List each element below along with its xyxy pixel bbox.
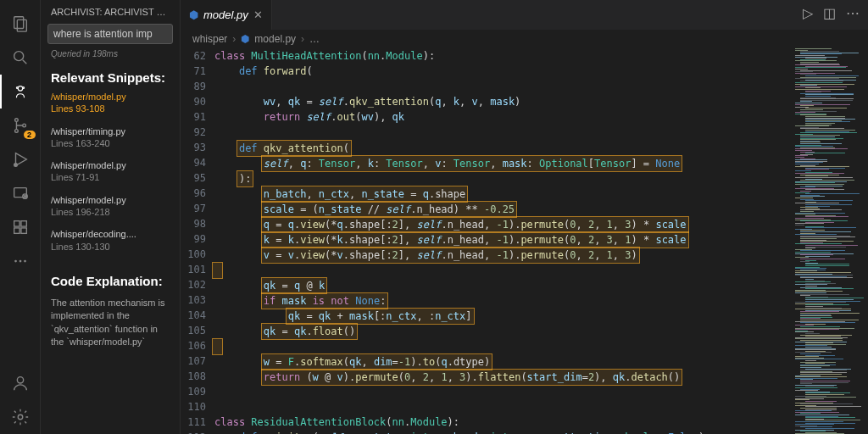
- tab-label: model.py: [203, 8, 248, 21]
- explanation-heading: Code Explanation:: [41, 269, 180, 292]
- more-icon[interactable]: [0, 244, 41, 278]
- sidebar: ARCHIVIST: ARCHIVIST … where is attentio…: [41, 0, 181, 434]
- snippet-item[interactable]: /whisper/decoding....Lines 130-130: [41, 225, 180, 255]
- svg-point-23: [17, 377, 23, 383]
- minimap[interactable]: [792, 48, 868, 434]
- svg-rect-1: [17, 19, 26, 31]
- python-file-icon: ⬢: [189, 8, 198, 21]
- chevron-right-icon: ›: [301, 33, 304, 45]
- breadcrumbs[interactable]: whisper › ⬢ model.py › …: [181, 30, 868, 48]
- svg-rect-19: [20, 228, 25, 233]
- code-content[interactable]: class MultiHeadAttention(nn.Module): def…: [214, 48, 792, 434]
- tab-model-py[interactable]: ⬢ model.py ✕: [181, 0, 272, 30]
- python-file-icon: ⬢: [241, 33, 249, 45]
- svg-point-2: [14, 52, 23, 61]
- line-gutter: 6271899091929394959697989910010110210310…: [181, 48, 214, 434]
- svg-point-8: [14, 130, 18, 133]
- explorer-icon[interactable]: [0, 7, 41, 41]
- query-time: Queried in 198ms: [41, 47, 180, 65]
- run-icon[interactable]: ▷: [803, 5, 813, 21]
- chevron-right-icon: ›: [232, 33, 236, 45]
- account-icon[interactable]: [0, 366, 41, 400]
- svg-point-6: [22, 87, 24, 89]
- breadcrumb-folder: whisper: [192, 33, 227, 45]
- svg-point-11: [14, 164, 17, 167]
- extensions-icon[interactable]: [0, 210, 41, 244]
- snippets-list: /whisper/model.pyLines 93-108/whisper/ti…: [41, 88, 180, 260]
- editor-area: ⬢ model.py ✕ ▷ ◫ ⋯ whisper › ⬢ model.py …: [181, 0, 868, 434]
- source-control-icon[interactable]: 2: [0, 108, 41, 142]
- scm-badge: 2: [24, 131, 36, 139]
- sidebar-title: ARCHIVIST: ARCHIVIST …: [41, 0, 180, 20]
- svg-point-7: [14, 119, 18, 122]
- split-icon[interactable]: ◫: [823, 5, 836, 21]
- snippet-item[interactable]: /whisper/model.pyLines 196-218: [41, 192, 180, 221]
- svg-point-22: [24, 260, 26, 263]
- search-icon[interactable]: [0, 41, 41, 75]
- breadcrumb-tail: …: [309, 33, 320, 45]
- snippet-item[interactable]: /whisper/timing.pyLines 163-240: [41, 123, 180, 153]
- snippet-item[interactable]: /whisper/model.pyLines 93-108: [41, 88, 180, 118]
- svg-rect-18: [14, 228, 19, 233]
- svg-rect-0: [14, 17, 23, 29]
- svg-point-21: [19, 260, 21, 263]
- archivist-icon[interactable]: [0, 75, 41, 108]
- search-input[interactable]: where is attention imp: [47, 24, 173, 44]
- svg-line-3: [22, 60, 26, 64]
- snippets-heading: Relevant Snippets:: [41, 65, 180, 88]
- editor-actions: ▷ ◫ ⋯: [803, 5, 860, 21]
- svg-point-5: [16, 87, 18, 89]
- svg-rect-17: [20, 221, 25, 226]
- settings-icon[interactable]: [0, 400, 41, 434]
- snippet-item[interactable]: /whisper/model.pyLines 71-91: [41, 157, 180, 186]
- code-editor[interactable]: 6271899091929394959697989910010110210310…: [181, 48, 868, 434]
- tab-bar: ⬢ model.py ✕: [181, 0, 868, 30]
- debug-icon[interactable]: [0, 142, 41, 176]
- svg-point-9: [22, 124, 25, 127]
- svg-rect-16: [14, 221, 19, 226]
- breadcrumb-file: model.py: [254, 33, 296, 45]
- svg-point-24: [18, 415, 23, 420]
- more-actions-icon[interactable]: ⋯: [846, 5, 860, 21]
- svg-point-4: [18, 86, 23, 92]
- activity-bar: 2: [0, 0, 41, 434]
- remote-icon[interactable]: [0, 176, 41, 210]
- close-icon[interactable]: ✕: [253, 8, 263, 21]
- explanation-text: The attention mechanism is implemented i…: [41, 292, 180, 354]
- svg-point-20: [14, 260, 17, 263]
